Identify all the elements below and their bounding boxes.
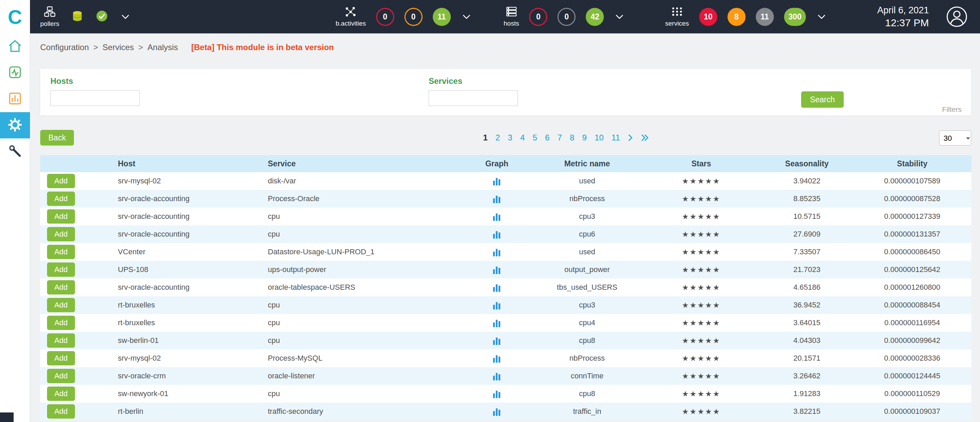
business-activities-icon: [345, 6, 356, 18]
seasonality-cell: 27.6909: [761, 225, 853, 243]
sidebar-item-monitoring[interactable]: [0, 60, 30, 86]
hosts-filter-input[interactable]: [51, 90, 140, 106]
page-link[interactable]: 3: [508, 133, 512, 142]
hosts-icon: [506, 6, 517, 18]
graph-icon[interactable]: [492, 266, 501, 274]
add-button[interactable]: Add: [47, 369, 75, 383]
bactivities-chevron-down-icon[interactable]: [462, 14, 471, 19]
bactivities-menu[interactable]: b.activities: [336, 6, 366, 27]
user-profile-icon[interactable]: [946, 6, 968, 29]
add-button[interactable]: Add: [47, 174, 75, 188]
sidebar-item-home[interactable]: [0, 33, 30, 60]
hosts-status-badge[interactable]: 42: [586, 8, 604, 26]
hosts-label: hosts: [504, 20, 519, 27]
graph-icon[interactable]: [492, 283, 501, 292]
metric-cell: cpu3: [533, 208, 642, 225]
bactivities-status-badge[interactable]: 0: [376, 8, 394, 26]
database-status-icon[interactable]: [71, 10, 84, 24]
graph-icon[interactable]: [492, 337, 501, 345]
table-row: Add srv-oracle-accounting cpu cpu3 ★★★★★…: [40, 208, 972, 225]
services-status-badge[interactable]: 10: [699, 8, 717, 26]
service-cell: cpu: [265, 385, 461, 403]
sidebar-collapse-button[interactable]: [0, 412, 14, 422]
hosts-menu[interactable]: hosts: [504, 6, 519, 27]
graph-icon[interactable]: [492, 177, 501, 185]
table-row: Add srv-mysql-02 disk-/var used ★★★★★ 3.…: [40, 172, 972, 190]
breadcrumb-item[interactable]: Configuration: [40, 43, 89, 52]
services-status-badge[interactable]: 8: [727, 8, 746, 26]
metric-cell: nbProcess: [533, 349, 642, 367]
hosts-chevron-down-icon[interactable]: [616, 14, 624, 19]
services-status-badge[interactable]: 11: [756, 8, 774, 26]
table-header: Host Service Graph Metric name Stars Sea…: [40, 155, 972, 172]
page-link[interactable]: 11: [612, 133, 620, 142]
add-button[interactable]: Add: [47, 316, 75, 330]
add-button[interactable]: Add: [47, 209, 75, 224]
services-label: services: [665, 20, 689, 27]
graph-icon[interactable]: [492, 390, 501, 398]
last-page-icon[interactable]: [641, 134, 649, 142]
next-page-icon[interactable]: [628, 134, 633, 142]
add-button[interactable]: Add: [47, 404, 75, 419]
page-link[interactable]: 5: [533, 133, 537, 142]
seasonality-cell: 7.33507: [761, 243, 853, 261]
graph-icon[interactable]: [492, 248, 501, 256]
add-button[interactable]: Add: [47, 245, 75, 259]
sidebar-item-configuration[interactable]: [0, 112, 30, 139]
search-button[interactable]: Search: [801, 91, 844, 108]
add-button[interactable]: Add: [47, 280, 75, 295]
page-link[interactable]: 2: [495, 133, 500, 142]
metric-cell: cpu3: [533, 296, 642, 314]
hosts-status-badge[interactable]: 0: [529, 8, 547, 26]
graph-icon[interactable]: [492, 301, 501, 309]
graph-icon[interactable]: [492, 355, 501, 363]
add-button[interactable]: Add: [47, 227, 75, 241]
table-row: Add rt-bruxelles cpu cpu4 ★★★★★ 3.64015 …: [40, 314, 972, 332]
pollers-label: pollers: [40, 20, 59, 28]
breadcrumb-item[interactable]: Services: [103, 43, 134, 52]
pollers-chevron-down-icon[interactable]: [121, 14, 129, 19]
sidebar-item-administration[interactable]: [0, 139, 30, 165]
breadcrumb-item[interactable]: Analysis: [148, 43, 178, 52]
page-link[interactable]: 10: [595, 133, 604, 142]
add-button[interactable]: Add: [47, 387, 75, 401]
page-link[interactable]: 8: [570, 133, 574, 142]
page-link[interactable]: 7: [557, 133, 562, 142]
stability-cell: 0.000000127339: [853, 208, 972, 225]
add-button[interactable]: Add: [47, 298, 75, 312]
back-button[interactable]: Back: [40, 130, 74, 146]
services-chevron-down-icon[interactable]: [818, 14, 826, 19]
add-button[interactable]: Add: [47, 263, 75, 277]
bactivities-badges: 0011: [376, 8, 451, 26]
add-button[interactable]: Add: [47, 351, 75, 365]
header-stars: Stars: [642, 155, 761, 172]
add-button[interactable]: Add: [47, 191, 75, 206]
bactivities-status-badge[interactable]: 11: [433, 8, 451, 26]
services-menu[interactable]: services: [665, 6, 689, 27]
sidebar-item-reporting[interactable]: [0, 86, 30, 112]
services-status-badge[interactable]: 300: [784, 8, 806, 26]
metric-cell: nbProcess: [533, 190, 642, 208]
stars-rating: ★★★★★: [642, 208, 761, 225]
add-button[interactable]: Add: [47, 333, 75, 348]
page-link[interactable]: 1: [483, 133, 488, 142]
graph-icon[interactable]: [492, 213, 501, 221]
page-link[interactable]: 6: [545, 133, 549, 142]
bactivities-status-badge[interactable]: 0: [404, 8, 423, 26]
latency-ok-icon[interactable]: [95, 10, 108, 24]
page-size-select[interactable]: 30: [939, 131, 971, 146]
page-link[interactable]: 4: [520, 133, 525, 142]
host-cell: srv-oracle-accounting: [115, 279, 265, 296]
graph-icon[interactable]: [492, 319, 501, 327]
graph-icon[interactable]: [492, 195, 501, 203]
graph-icon[interactable]: [492, 231, 501, 239]
hosts-status-badge[interactable]: 0: [557, 8, 576, 26]
graph-icon[interactable]: [492, 408, 501, 416]
header-host: Host: [115, 155, 265, 172]
topbar-group-hosts: hosts 0042: [504, 0, 624, 33]
services-filter-input[interactable]: [429, 90, 518, 106]
centreon-logo[interactable]: C: [0, 0, 30, 33]
page-link[interactable]: 9: [582, 133, 587, 142]
pollers-menu[interactable]: pollers: [40, 6, 59, 28]
graph-icon[interactable]: [492, 372, 501, 381]
